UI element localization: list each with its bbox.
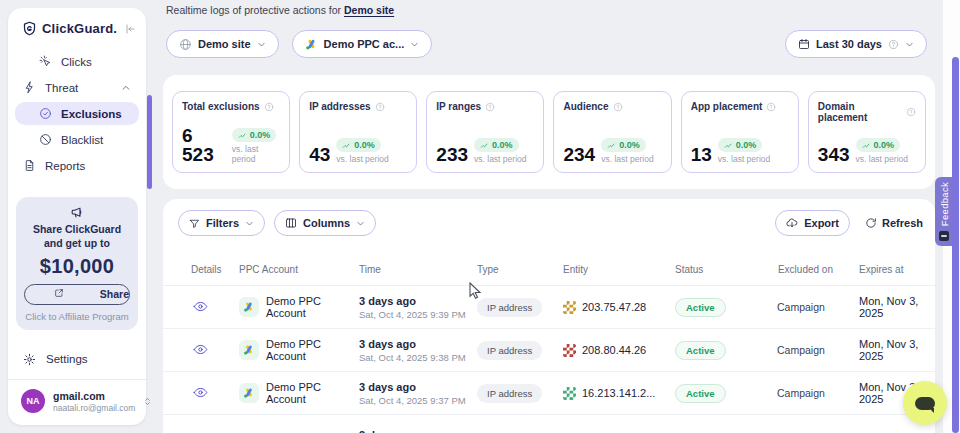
time-absolute: Sat, Oct 4, 2025 9:39 PM	[359, 309, 477, 320]
details-eye-button[interactable]	[193, 299, 215, 314]
site-filter-dropdown[interactable]: Demo site	[166, 30, 279, 58]
chevron-down-icon	[257, 40, 266, 49]
entity-identicon	[563, 344, 576, 357]
chat-launcher-button[interactable]	[903, 381, 947, 425]
affiliate-promo-card[interactable]: Share ClickGuard and get up to $10,000 S…	[16, 197, 138, 330]
help-circle-icon[interactable]	[485, 102, 495, 112]
refresh-button[interactable]: Refresh	[865, 217, 923, 229]
eye-icon	[193, 299, 208, 314]
status-badge: Active	[675, 384, 726, 403]
trend-up-icon	[480, 142, 489, 149]
stat-card-audience: Audience 234 0.0% vs. last period	[553, 91, 671, 173]
help-circle-icon[interactable]	[766, 102, 776, 112]
sidebar-item-reports[interactable]: Reports	[15, 154, 139, 177]
trend-up-icon	[238, 132, 247, 139]
subtitle-site-link[interactable]: Demo site	[344, 4, 394, 16]
trend-up-icon	[862, 142, 871, 149]
stats-panel: Total exclusions 6 523 0.0% vs. last per…	[163, 75, 935, 189]
table-row[interactable]: 3 days ago	[163, 414, 935, 433]
entity-value: 208.80.44.26	[582, 344, 646, 356]
column-header-excluded-on[interactable]: Excluded on	[777, 264, 833, 275]
details-eye-button[interactable]	[193, 342, 215, 357]
filters-button[interactable]: Filters	[178, 210, 265, 236]
help-circle-icon[interactable]	[613, 102, 623, 112]
feedback-tab[interactable]: Feedback	[935, 177, 953, 246]
check-circle-icon	[39, 107, 52, 120]
sidebar-item-blacklist[interactable]: Blacklist	[15, 128, 139, 151]
sidebar-item-label: Blacklist	[61, 134, 103, 146]
chevron-down-icon	[905, 40, 914, 49]
account-selector-button[interactable]	[143, 396, 152, 407]
time-absolute: Sat, Oct 4, 2025 9:37 PM	[359, 395, 477, 406]
help-circle-icon[interactable]	[375, 102, 385, 112]
time-absolute: Sat, Oct 4, 2025 9:38 PM	[359, 352, 477, 363]
date-range-dropdown[interactable]: Last 30 days	[785, 30, 927, 58]
trend-badge: 0.0%	[336, 138, 381, 152]
ppc-account-name: Demo PPC Account	[266, 381, 359, 405]
help-circle-icon[interactable]	[906, 107, 916, 117]
sidebar-item-settings[interactable]: Settings	[15, 348, 139, 371]
columns-button[interactable]: Columns	[274, 210, 376, 236]
column-header-status[interactable]: Status	[675, 264, 777, 275]
avatar: NA	[21, 389, 45, 413]
column-header-ppc-account[interactable]: PPC Account	[233, 264, 359, 275]
table-row[interactable]: Demo PPC Account 3 days agoSat, Oct 4, 2…	[163, 328, 935, 371]
time-relative: 3 days ago	[359, 381, 477, 393]
google-ads-icon	[239, 340, 259, 360]
page-scrollbar-thumb[interactable]	[952, 57, 959, 433]
scope-filters: Demo site Demo PPC ac...	[166, 30, 432, 58]
chat-bubble-icon	[915, 397, 935, 410]
stat-value: 234	[563, 145, 595, 164]
stat-card-ip-addresses: IP addresses 43 0.0% vs. last period	[299, 91, 417, 173]
details-eye-button[interactable]	[193, 385, 215, 400]
stat-label: Total exclusions	[182, 101, 260, 112]
trend-up-icon	[607, 142, 616, 149]
sidebar-item-clicks[interactable]: Clicks	[15, 50, 139, 73]
subtitle-text: Realtime logs of protective actions for	[166, 4, 344, 16]
columns-label: Columns	[303, 217, 350, 229]
sidebar-item-threat[interactable]: Threat	[15, 76, 139, 99]
entity-value: 203.75.47.28	[582, 301, 646, 313]
type-badge: IP address	[477, 384, 542, 403]
help-circle-icon[interactable]	[264, 102, 274, 112]
ppc-account-name: Demo PPC Account	[266, 338, 359, 362]
filter-icon	[189, 218, 200, 229]
user-email: naatali.ro@gmail.com	[53, 403, 135, 413]
type-badge: IP address	[477, 341, 542, 360]
chevron-down-icon	[356, 219, 365, 228]
calendar-icon	[798, 38, 810, 50]
table-row[interactable]: Demo PPC Account 3 days agoSat, Oct 4, 2…	[163, 371, 935, 414]
excluded-on-value: Campaign	[777, 344, 833, 356]
megaphone-icon	[70, 205, 85, 220]
stat-label: IP addresses	[309, 101, 371, 112]
trend-badge: 0.0%	[601, 138, 646, 152]
sidebar-item-exclusions[interactable]: Exclusions	[15, 102, 139, 125]
column-header-type[interactable]: Type	[477, 264, 563, 275]
divider	[8, 379, 146, 380]
stat-value: 13	[691, 145, 712, 164]
export-button[interactable]: Export	[775, 210, 850, 236]
trend-up-icon	[342, 142, 351, 149]
column-header-time[interactable]: Time	[359, 264, 477, 275]
vs-last-period: vs. last period	[336, 154, 388, 164]
column-header-expires-at[interactable]: Expires at	[833, 264, 921, 275]
sidebar-item-label: Exclusions	[61, 108, 122, 120]
sidebar-collapse-button[interactable]	[124, 23, 136, 35]
stat-label: IP ranges	[436, 101, 481, 112]
cloud-download-icon	[786, 217, 798, 229]
eye-icon	[193, 342, 208, 357]
promo-text: Share ClickGuard and get up to	[23, 223, 131, 251]
share-button[interactable]: Share	[24, 284, 130, 305]
export-label: Export	[804, 217, 839, 229]
table-row[interactable]: Demo PPC Account 3 days agoSat, Oct 4, 2…	[163, 285, 935, 328]
brand-name: ClickGuard.	[42, 21, 117, 36]
refresh-label: Refresh	[882, 217, 923, 229]
logo-row: ClickGuard.	[8, 8, 146, 47]
column-header-entity[interactable]: Entity	[563, 264, 675, 275]
account-switcher[interactable]: NA gmail.com naatali.ro@gmail.com	[8, 389, 146, 425]
ban-icon	[39, 133, 52, 146]
column-header-details[interactable]: Details	[185, 264, 233, 275]
ppc-account-filter-dropdown[interactable]: Demo PPC ac...	[292, 30, 433, 58]
sidebar-scrollbar-thumb[interactable]	[147, 95, 152, 189]
vs-last-period: vs. last period	[601, 154, 653, 164]
